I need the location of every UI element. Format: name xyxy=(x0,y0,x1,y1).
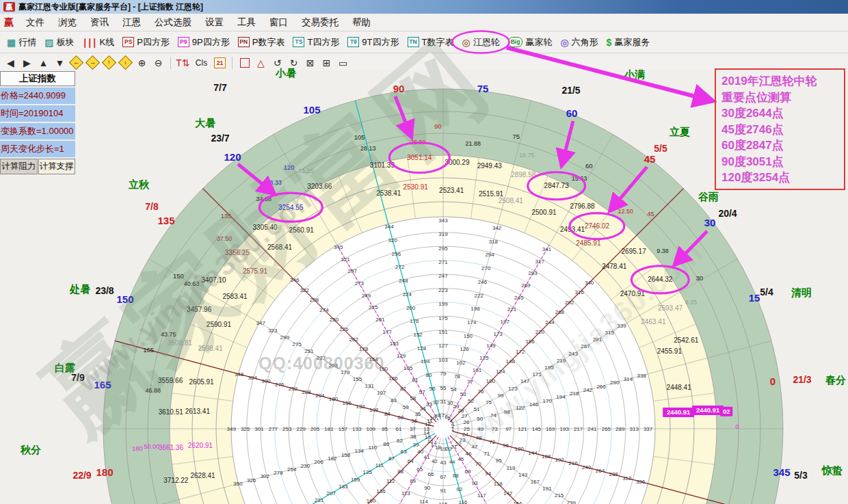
toolbar-item-quotes[interactable]: ▦行情 xyxy=(3,36,40,49)
svg-text:7/7: 7/7 xyxy=(213,82,227,93)
rotate-cw-button[interactable]: ↻ xyxy=(286,55,302,70)
svg-text:297: 297 xyxy=(348,268,358,274)
pan-left-button[interactable]: ← xyxy=(68,55,84,70)
toolbar-item-p-square[interactable]: PSP四方形 xyxy=(118,36,174,49)
svg-text:225: 225 xyxy=(369,304,378,310)
svg-text:72: 72 xyxy=(489,439,495,445)
toolbar-item-t-square[interactable]: TST四方形 xyxy=(289,36,343,49)
calc-resistance-button[interactable]: 计算阻力 xyxy=(0,159,38,174)
menu-item-7[interactable]: 窗口 xyxy=(263,16,295,29)
target-icon: ◎ xyxy=(560,38,568,47)
svg-text:116: 116 xyxy=(459,499,468,504)
svg-text:71: 71 xyxy=(483,451,490,457)
menu-item-5[interactable]: 设置 xyxy=(198,16,230,29)
pan-down-button[interactable]: ↓ xyxy=(118,55,133,70)
up-button[interactable]: ▲ xyxy=(36,55,51,70)
toolbar-item-sectors[interactable]: ▨板块 xyxy=(40,36,78,49)
svg-text:4: 4 xyxy=(449,418,453,424)
svg-text:317: 317 xyxy=(535,258,545,265)
svg-text:245: 245 xyxy=(514,295,524,301)
next-button[interactable]: ▶ xyxy=(19,55,35,70)
svg-text:91: 91 xyxy=(440,488,447,494)
pan-up-button[interactable]: ↑ xyxy=(101,55,117,70)
triangle-tool-button[interactable]: △ xyxy=(253,55,269,70)
menu-item-0[interactable]: 文件 xyxy=(19,16,51,29)
menu-item-8[interactable]: 交易委托 xyxy=(295,16,345,29)
prev-button[interactable]: ◀ xyxy=(3,55,18,70)
svg-text:83: 83 xyxy=(390,397,397,403)
svg-text:2448.41: 2448.41 xyxy=(667,384,692,391)
annotation-line-4: 60度2847点 xyxy=(721,137,838,154)
svg-text:294: 294 xyxy=(485,252,494,258)
svg-text:23/8: 23/8 xyxy=(95,285,114,296)
svg-text:23/7: 23/7 xyxy=(211,133,229,144)
menu-item-1[interactable]: 浏览 xyxy=(51,16,83,29)
candles-icon: ∣∣∣ xyxy=(82,38,96,47)
svg-text:5: 5 xyxy=(447,415,451,421)
svg-text:50.00: 50.00 xyxy=(144,443,160,450)
svg-text:253: 253 xyxy=(282,426,292,432)
svg-text:69: 69 xyxy=(464,468,471,475)
svg-text:175: 175 xyxy=(438,315,448,321)
zoom-out-button[interactable]: ⊖ xyxy=(150,55,166,70)
angle-ring: 18016515013512010590756045300 xyxy=(132,122,739,453)
toolbar-label: K线 xyxy=(99,36,114,49)
menu-item-9[interactable]: 帮助 xyxy=(345,16,377,29)
svg-text:291: 291 xyxy=(593,336,602,343)
svg-text:181: 181 xyxy=(324,426,334,432)
svg-text:176: 176 xyxy=(410,318,419,324)
calc-support-button[interactable]: 计算支撑 xyxy=(38,159,76,174)
zoom-in-button[interactable]: ⊕ xyxy=(134,55,150,70)
board-button[interactable]: ▭ xyxy=(335,55,351,70)
menu-item-6[interactable]: 工具 xyxy=(230,16,263,29)
svg-text:2796.88: 2796.88 xyxy=(570,202,595,210)
svg-text:171: 171 xyxy=(533,371,542,377)
svg-text:319: 319 xyxy=(438,231,448,237)
annotation-box: 2019年江恩轮中轮重要点位测算30度2644点45度2746点60度2847点… xyxy=(715,68,845,190)
toolbar-item-p-table[interactable]: PNP数字表 xyxy=(234,36,289,49)
svg-text:45: 45 xyxy=(647,210,654,217)
rotate-ccw-button[interactable]: ↺ xyxy=(269,55,285,70)
toolbar-item-hexagon[interactable]: ◎六角形 xyxy=(556,36,602,49)
svg-text:96: 96 xyxy=(503,442,509,449)
calendar-button[interactable]: 21 xyxy=(212,55,228,70)
menu-item-2[interactable]: 资讯 xyxy=(83,16,116,29)
svg-text:290: 290 xyxy=(610,380,620,386)
toolbar-item-winner-service[interactable]: $赢家服务 xyxy=(602,36,654,49)
svg-text:269: 269 xyxy=(521,282,531,289)
toolbar-item-9p-square[interactable]: P99P四方形 xyxy=(174,36,234,49)
pan-right-button[interactable]: → xyxy=(85,55,101,70)
svg-text:3610.51: 3610.51 xyxy=(159,408,184,416)
toolbar-item-9t-square[interactable]: T99T四方形 xyxy=(343,36,403,49)
rect-tool-button[interactable] xyxy=(237,55,252,70)
svg-text:2515.91: 2515.91 xyxy=(479,190,504,198)
circled-value-3254.55 xyxy=(259,193,322,222)
svg-text:15: 15 xyxy=(425,434,431,440)
svg-text:117: 117 xyxy=(477,492,486,499)
toolbar-label: P四方形 xyxy=(137,36,170,49)
clear-button[interactable]: ⊠ xyxy=(302,55,318,70)
scale-button[interactable]: T⇅ xyxy=(175,55,191,70)
svg-text:2542.61: 2542.61 xyxy=(674,336,699,344)
svg-text:49: 49 xyxy=(477,426,483,432)
svg-text:202: 202 xyxy=(349,336,359,343)
down-button[interactable]: ▼ xyxy=(52,55,68,70)
svg-text:125: 125 xyxy=(479,355,489,361)
svg-text:45: 45 xyxy=(644,153,656,165)
menu-item-3[interactable]: 江恩 xyxy=(116,16,148,29)
svg-text:142: 142 xyxy=(503,490,513,496)
toolbar-item-t-table[interactable]: TNT数字表 xyxy=(403,36,458,49)
menu-item-4[interactable]: 公式选股 xyxy=(148,16,198,29)
toolbar-label: 六角形 xyxy=(572,36,598,49)
fit-button[interactable]: ⊞ xyxy=(319,55,334,70)
svg-text:343: 343 xyxy=(438,217,448,224)
svg-text:324: 324 xyxy=(248,375,258,381)
svg-text:47: 47 xyxy=(472,444,478,450)
toolbar-item-winner-wheel[interactable]: Big赢家轮 xyxy=(504,36,557,49)
svg-text:65: 65 xyxy=(416,466,423,473)
cls-button[interactable]: Cls xyxy=(191,55,211,70)
toolbar-item-gann-wheel[interactable]: ◎江恩轮 xyxy=(458,36,503,49)
svg-text:1: 1 xyxy=(451,426,455,432)
toolbar-item-kline[interactable]: ∣∣∣K线 xyxy=(78,36,118,49)
svg-text:172: 172 xyxy=(516,349,525,355)
